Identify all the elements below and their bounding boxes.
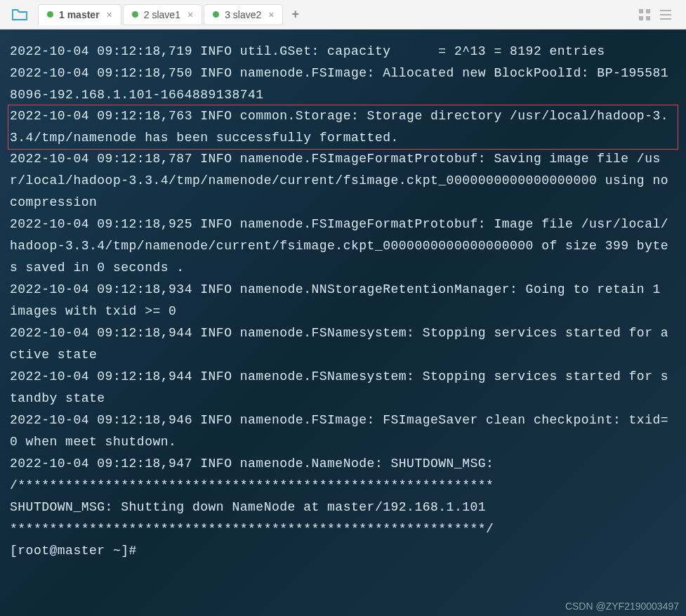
svg-rect-3 (646, 16, 650, 20)
terminal-line: 2022-10-04 09:12:18,750 INFO namenode.FS… (10, 63, 676, 106)
watermark: CSDN @ZYF2190003497 (565, 601, 679, 612)
terminal-line: SHUTDOWN_MSG: Shutting down NameNode at … (10, 497, 676, 518)
tabs-container: 1 master×2 slave1×3 slave2× (38, 4, 283, 25)
terminal-line: [root@master ~]# (10, 540, 676, 562)
tab-label: 3 slave2 (225, 9, 261, 20)
status-dot-icon (132, 11, 138, 18)
svg-rect-5 (660, 14, 671, 15)
svg-rect-2 (639, 16, 643, 20)
status-dot-icon (47, 11, 53, 18)
terminal-line: 2022-10-04 09:12:18,719 INFO util.GSet: … (10, 41, 676, 63)
tab-label: 2 slave1 (144, 9, 180, 20)
terminal-line: ****************************************… (10, 518, 676, 540)
terminal-line: 2022-10-04 09:12:18,944 INFO namenode.FS… (10, 322, 676, 366)
terminal-line: 2022-10-04 09:12:18,934 INFO namenode.NN… (10, 279, 676, 322)
tab-1-master[interactable]: 1 master× (38, 4, 121, 25)
terminal-line: /***************************************… (10, 475, 676, 497)
svg-rect-4 (660, 10, 671, 11)
terminal-line: 2022-10-04 09:12:18,944 INFO namenode.FS… (10, 366, 676, 409)
close-icon[interactable]: × (186, 9, 194, 20)
terminal-line: 2022-10-04 09:12:18,787 INFO namenode.FS… (10, 148, 676, 214)
toolbar-right (638, 8, 672, 21)
tab-2-slave1[interactable]: 2 slave1× (123, 4, 202, 25)
tab-3-slave2[interactable]: 3 slave2× (204, 4, 283, 25)
status-dot-icon (213, 11, 219, 18)
terminal-output[interactable]: 2022-10-04 09:12:18,719 INFO util.GSet: … (0, 30, 686, 616)
svg-rect-1 (646, 9, 650, 13)
svg-rect-0 (639, 9, 643, 13)
highlighted-terminal-line: 2022-10-04 09:12:18,763 INFO common.Stor… (8, 105, 678, 150)
close-icon[interactable]: × (267, 9, 275, 20)
close-icon[interactable]: × (105, 9, 114, 20)
grid-view-icon[interactable] (638, 8, 651, 21)
terminal-line: 2022-10-04 09:12:18,947 INFO namenode.Na… (10, 453, 676, 475)
folder-icon[interactable] (6, 4, 34, 25)
svg-rect-6 (660, 18, 671, 20)
terminal-line: 2022-10-04 09:12:18,946 INFO namenode.FS… (10, 409, 676, 453)
tab-bar: 1 master×2 slave1×3 slave2× + (0, 0, 686, 30)
tab-label: 1 master (59, 9, 100, 20)
menu-icon[interactable] (659, 8, 672, 21)
terminal-line: 2022-10-04 09:12:18,925 INFO namenode.FS… (10, 214, 676, 279)
add-tab-button[interactable]: + (283, 7, 308, 22)
